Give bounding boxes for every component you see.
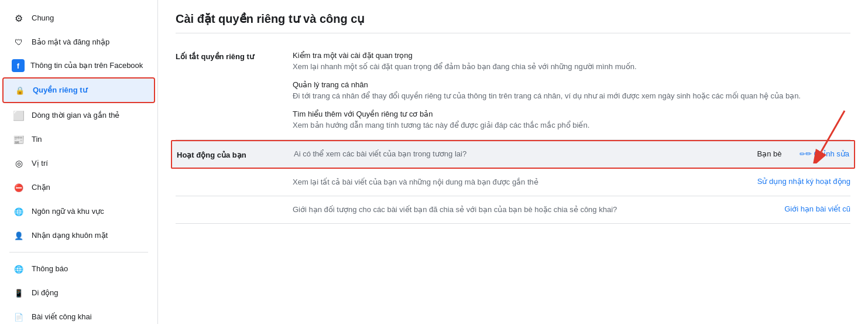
- sidebar-item-nhan-dang[interactable]: Nhận dạng khuôn mặt: [2, 224, 155, 247]
- activity-row-3: Giới hạn đối tượng cho các bài viết bạn …: [176, 196, 850, 224]
- activity-value: Bạn bè: [757, 149, 782, 158]
- edit-label: Chỉnh sửa: [814, 149, 849, 158]
- sidebar-item-bai-viet[interactable]: Bài viết công khai: [2, 305, 155, 324]
- activity-desc-2: Xem lại tất cả bài viết của bạn và những…: [293, 177, 733, 187]
- item-title-1: Kiểm tra một vài cài đặt quan trọng: [293, 51, 850, 60]
- sidebar-item-label: Chung: [32, 13, 54, 23]
- sidebar-item-label: Bài viết công khai: [32, 312, 92, 322]
- activity-action-3: Giới hạn bài viết cũ: [733, 204, 850, 213]
- activity-content-2: Xem lại tất cả bài viết của bạn và những…: [293, 177, 850, 187]
- activity-question: Ai có thể xem các bài viết của bạn trong…: [294, 149, 757, 158]
- item-desc-3: Xem bản hướng dẫn mang tính tương tác nà…: [293, 120, 850, 131]
- sidebar-item-label: Vị trí: [32, 159, 48, 169]
- activity-content-3: Giới hạn đối tượng cho các bài viết bạn …: [293, 204, 850, 215]
- calendar-icon: ⬜: [12, 108, 26, 122]
- item-desc-1: Xem lại nhanh một số cài đặt quan trọng …: [293, 62, 850, 72]
- empty-label-3: [176, 204, 293, 206]
- sidebar-item-tin[interactable]: 📰 Tin: [2, 128, 155, 151]
- shield-icon: [12, 35, 26, 49]
- activity-desc-3: Giới hạn đối tượng cho các bài viết bạn …: [293, 204, 733, 215]
- page-title: Cài đặt quyền riêng tư và công cụ: [176, 12, 850, 33]
- section-label-hoat-dong: Hoạt động của bạn: [177, 149, 294, 159]
- sidebar-divider: [9, 252, 148, 253]
- bell-icon: 🌐: [12, 262, 26, 276]
- nhat-ky-link[interactable]: Sử dụng nhật ký hoạt động: [757, 177, 850, 186]
- pencil-icon: ✏: [800, 149, 812, 158]
- activity-row-2: Xem lại tất cả bài viết của bạn và những…: [176, 169, 850, 196]
- activity-action-2: Sử dụng nhật ký hoạt động: [733, 177, 850, 186]
- sidebar-item-label: Thông báo: [32, 264, 68, 274]
- sidebar-item-thong-bao[interactable]: 🌐 Thông báo: [2, 257, 155, 281]
- sidebar-item-label: Chặn: [32, 183, 50, 193]
- sidebar-item-thong-tin-fb[interactable]: f Thông tin của bạn trên Facebook: [2, 54, 155, 77]
- section-loi-tat: Lối tắt quyền riêng tư Kiểm tra một vài …: [176, 43, 850, 140]
- sidebar-item-quyen-rieng-tu[interactable]: Quyền riêng tư: [4, 79, 154, 102]
- privacy-shortcut-item-3: Tìm hiểu thêm với Quyền riêng tư cơ bản …: [293, 110, 850, 131]
- sidebar-item-label: Tin: [32, 135, 42, 145]
- mobile-icon: [12, 286, 26, 300]
- sidebar-item-label: Nhận dạng khuôn mặt: [32, 231, 108, 241]
- sidebar-item-chung[interactable]: Chung: [2, 6, 155, 30]
- sidebar-item-label: Quyền riêng tư: [33, 86, 87, 96]
- sidebar-item-label: Ngôn ngữ và khu vực: [32, 207, 104, 217]
- sidebar-item-vi-tri[interactable]: Vị trí: [2, 152, 155, 175]
- gear-icon: [12, 11, 26, 25]
- gioi-han-link[interactable]: Giới hạn bài viết cũ: [784, 204, 850, 213]
- item-title-2: Quản lý trang cá nhân: [293, 80, 850, 89]
- block-icon: [12, 180, 26, 195]
- sidebar-item-label: Bảo mật và đăng nhập: [32, 37, 109, 47]
- sidebar-item-chan[interactable]: Chặn: [2, 176, 155, 199]
- empty-label-2: [176, 177, 293, 178]
- sidebar-item-label: Dòng thời gian và gắn thẻ: [32, 111, 119, 121]
- main-content: Cài đặt quyền riêng tư và công cụ Lối tắ…: [158, 0, 868, 324]
- location-icon: [12, 156, 26, 170]
- privacy-shortcut-item-2: Quản lý trang cá nhân Đi tới trang cá nh…: [293, 80, 850, 101]
- sidebar-item-label: Thông tin của bạn trên Facebook: [30, 61, 143, 71]
- language-icon: 🌐: [12, 204, 26, 219]
- privacy-shortcut-item-1: Kiểm tra một vài cài đặt quan trọng Xem …: [293, 51, 850, 72]
- sidebar-item-label: Di động: [32, 288, 59, 298]
- news-icon: 📰: [12, 132, 26, 146]
- lock-icon: [13, 83, 27, 97]
- facebook-icon: f: [12, 59, 25, 72]
- activity-inline-row: Ai có thể xem các bài viết của bạn trong…: [294, 149, 849, 158]
- sidebar-item-di-dong[interactable]: Di động: [2, 281, 155, 305]
- item-title-3: Tìm hiểu thêm với Quyền riêng tư cơ bản: [293, 110, 850, 118]
- doc-icon: [12, 310, 26, 324]
- activity-desc-text-3: Giới hạn đối tượng cho các bài viết bạn …: [293, 204, 733, 215]
- face-icon: [12, 228, 26, 243]
- section-label-loi-tat: Lối tắt quyền riêng tư: [176, 51, 293, 61]
- sidebar-item-dong-thoi-gian[interactable]: ⬜ Dòng thời gian và gắn thẻ: [2, 104, 155, 127]
- sidebar-item-bao-mat[interactable]: Bảo mật và đăng nhập: [2, 30, 155, 54]
- activity-desc-text-2: Xem lại tất cả bài viết của bạn và những…: [293, 177, 733, 187]
- chinh-sua-link[interactable]: ✏ Chỉnh sửa: [800, 149, 849, 158]
- item-desc-2: Đi tới trang cá nhân để thay đổi quyền r…: [293, 91, 850, 101]
- sidebar-item-ngon-ngu[interactable]: 🌐 Ngôn ngữ và khu vực: [2, 200, 155, 223]
- section-content-hoat-dong: Ai có thể xem các bài viết của bạn trong…: [294, 149, 849, 158]
- section-hoat-dong: Hoạt động của bạn Ai có thể xem các bài …: [171, 140, 855, 169]
- section-content-loi-tat: Kiểm tra một vài cài đặt quan trọng Xem …: [293, 51, 850, 131]
- activity-item-1: Ai có thể xem các bài viết của bạn trong…: [294, 149, 849, 158]
- sidebar: Chung Bảo mật và đăng nhập f Thông tin c…: [0, 0, 158, 324]
